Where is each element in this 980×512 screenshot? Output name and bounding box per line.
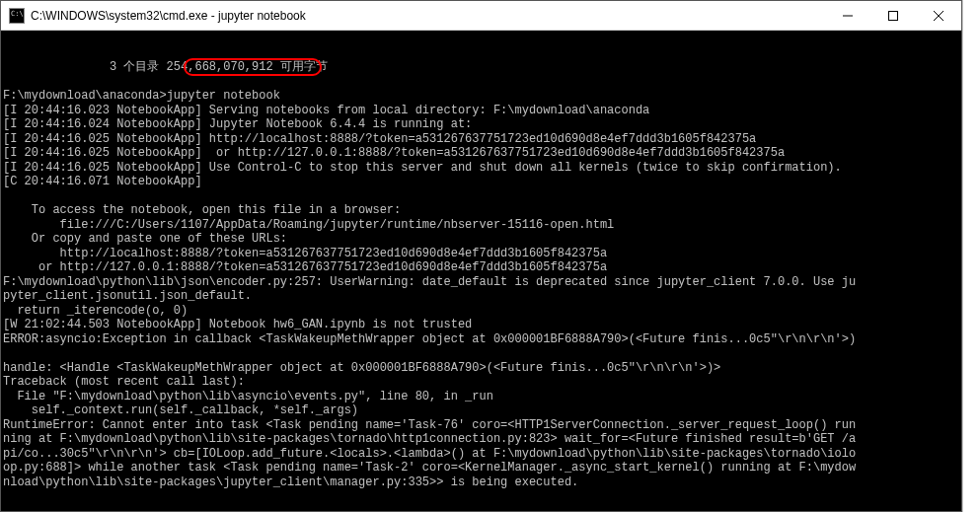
terminal-line: file:///C:/Users/1107/AppData/Roaming/ju… (3, 218, 959, 233)
terminal-line: pyter_client.jsonutil.json_default. (3, 289, 959, 304)
terminal-line: [I 20:44:16.025 NotebookApp] http://loca… (3, 132, 959, 147)
close-icon (934, 11, 943, 21)
cmd-icon (9, 8, 25, 24)
terminal-line: http://localhost:8888/?token=a5312676377… (3, 247, 959, 261)
terminal-line: ERROR:asyncio:Exception in callback <Tas… (3, 332, 959, 347)
terminal-line: 3 个目录 254,668,070,912 可用字节 (3, 60, 959, 75)
terminal-line: [I 20:44:16.024 NotebookApp] Jupyter Not… (3, 117, 959, 132)
terminal-line: To access the notebook, open this file i… (3, 203, 959, 218)
terminal-line: self._context.run(self._callback, *self.… (3, 403, 959, 418)
minimize-icon (843, 11, 853, 21)
terminal-line: handle: <Handle <TaskWakeupMethWrapper o… (3, 361, 959, 376)
terminal-line (3, 75, 959, 90)
terminal-line: Traceback (most recent call last): (3, 375, 959, 390)
cmd-window: C:\WINDOWS\system32\cmd.exe - jupyter no… (0, 0, 962, 512)
maximize-icon (888, 11, 898, 21)
terminal-line: or http://127.0.0.1:8888/?token=a5312676… (3, 260, 959, 275)
window-title: C:\WINDOWS\system32\cmd.exe - jupyter no… (31, 9, 825, 23)
terminal-line (3, 189, 959, 204)
terminal-line: return _iterencode(o, 0) (3, 304, 959, 319)
minimize-button[interactable] (825, 1, 870, 31)
terminal-line: nload\python\lib\site-packages\jupyter_c… (3, 475, 959, 490)
terminal-line: [C 20:44:16.071 NotebookApp] (3, 175, 959, 189)
terminal-line: RuntimeError: Cannot enter into task <Ta… (3, 418, 959, 433)
terminal-line: [I 20:44:16.025 NotebookApp] or http://1… (3, 146, 959, 161)
terminal-line: F:\mydownload\anaconda>jupyter notebook (3, 89, 959, 104)
titlebar[interactable]: C:\WINDOWS\system32\cmd.exe - jupyter no… (1, 1, 961, 31)
terminal-line: F:\mydownload\python\lib\json\encoder.py… (3, 275, 959, 290)
terminal-line: Or copy and paste one of these URLs: (3, 232, 959, 247)
maximize-button[interactable] (870, 1, 916, 31)
terminal-line: File "F:\mydownload\python\lib\asyncio\e… (3, 390, 959, 404)
terminal-line: op.py:688]> while another task <Task pen… (3, 461, 959, 475)
background-window-edge (962, 0, 980, 512)
svg-rect-1 (889, 12, 898, 21)
terminal-line: [I 20:44:16.023 NotebookApp] Serving not… (3, 104, 959, 118)
terminal-output[interactable]: 3 个目录 254,668,070,912 可用字节 F:\mydownload… (1, 31, 961, 511)
terminal-line: ning at F:\mydownload\python\lib\site-pa… (3, 432, 959, 447)
close-button[interactable] (916, 1, 961, 31)
terminal-line: pi/co...30c5"\r\n\r\n'> cb=[IOLoop.add_f… (3, 447, 959, 462)
window-controls (825, 1, 961, 30)
terminal-line: [W 21:02:44.503 NotebookApp] Notebook hw… (3, 318, 959, 332)
terminal-line: [I 20:44:16.025 NotebookApp] Use Control… (3, 161, 959, 176)
terminal-line (3, 346, 959, 361)
